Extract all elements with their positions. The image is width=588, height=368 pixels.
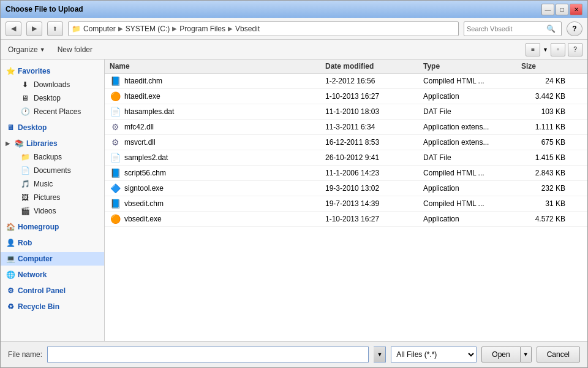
sidebar-item-music[interactable]: 🎵 Music	[1, 177, 104, 191]
control-panel-header[interactable]: ⚙ Control Panel	[1, 284, 104, 297]
table-row[interactable]: 📘 htaedit.chm 1-2-2012 16:56 Compiled HT…	[105, 74, 587, 89]
file-name-input[interactable]	[47, 347, 369, 362]
libraries-header[interactable]: ▶ 📚 Libraries	[1, 137, 104, 150]
table-row[interactable]: 🔷 signtool.exe 19-3-2010 13:02 Applicati…	[105, 181, 587, 196]
file-name-text: htaedit.chm	[124, 77, 162, 85]
table-row[interactable]: 🟠 vbsedit.exe 1-10-2013 16:27 Applicatio…	[105, 212, 587, 227]
breadcrumb-sep3: ▶	[228, 25, 233, 32]
network-icon: 🌐	[6, 270, 15, 280]
rob-label: Rob	[18, 239, 32, 247]
organize-button[interactable]: Organize ▼	[6, 44, 48, 55]
file-size: 232 KB	[521, 184, 570, 193]
table-row[interactable]: ⚙ msvcrt.dll 16-12-2011 8:53 Application…	[105, 135, 587, 150]
recycle-bin-header[interactable]: ♻ Recycle Bin	[1, 300, 104, 313]
homegroup-header[interactable]: 🏠 Homegroup	[1, 220, 104, 234]
favorites-header[interactable]: ⭐ Favorites	[1, 64, 104, 78]
breadcrumb-programfiles[interactable]: Program Files	[179, 25, 225, 33]
file-date: 26-10-2012 9:41	[325, 153, 423, 162]
sidebar-item-backups[interactable]: 📁 Backups	[1, 150, 104, 164]
table-row[interactable]: 📘 vbsedit.chm 19-7-2013 14:39 Compiled H…	[105, 196, 587, 212]
file-date: 11-1-2006 14:23	[325, 169, 423, 177]
computer-section: 💻 Computer	[1, 252, 104, 266]
table-row[interactable]: 📄 samples2.dat 26-10-2012 9:41 DAT File …	[105, 150, 587, 166]
breadcrumb-drive[interactable]: SYSTEM (C:)	[126, 25, 170, 33]
file-type-select[interactable]: All Files (*.*)	[391, 347, 477, 362]
back-button[interactable]: ◀	[6, 21, 21, 36]
rob-header[interactable]: 👤 Rob	[1, 236, 104, 250]
desktop-fav-icon: 🖥	[20, 93, 30, 103]
downloads-label: Downloads	[34, 80, 70, 89]
rob-icon: 👤	[6, 238, 15, 248]
file-date: 11-3-2011 6:34	[325, 123, 423, 131]
breadcrumb-vbsedit[interactable]: Vbsedit	[235, 25, 260, 33]
file-name-dropdown-arrow[interactable]: ▼	[374, 347, 386, 362]
file-size: 3.442 KB	[521, 92, 570, 101]
file-icon: 📄	[110, 106, 121, 117]
file-icon: ⚙	[110, 121, 121, 132]
file-upload-dialog: Choose File to Upload — □ ✕ ◀ ▶ ⬆ 📁 Comp…	[0, 0, 588, 368]
desktop-header[interactable]: 🖥 Desktop	[1, 121, 104, 134]
search-bar[interactable]: 🔍	[464, 21, 562, 36]
file-size: 4.572 KB	[521, 215, 570, 223]
breadcrumb-bar: 📁 Computer ▶ SYSTEM (C:) ▶ Program Files…	[68, 21, 459, 36]
col-name-header[interactable]: Name	[110, 62, 325, 71]
file-name-text: htasamples.dat	[124, 107, 174, 116]
forward-button[interactable]: ▶	[26, 21, 42, 36]
file-name-cell: 📄 samples2.dat	[110, 152, 325, 163]
table-row[interactable]: 🟠 htaedit.exe 1-10-2013 16:27 Applicatio…	[105, 89, 587, 104]
open-button[interactable]: Open	[481, 347, 520, 362]
file-date: 1-10-2013 16:27	[325, 92, 423, 101]
maximize-button[interactable]: □	[556, 4, 568, 15]
organize-arrow-icon: ▼	[40, 47, 45, 53]
computer-header[interactable]: 💻 Computer	[1, 252, 104, 266]
table-row[interactable]: 📘 script56.chm 11-1-2006 14:23 Compiled …	[105, 166, 587, 181]
col-type-header[interactable]: Type	[423, 62, 521, 71]
sidebar-item-documents[interactable]: 📄 Documents	[1, 164, 104, 177]
sidebar-item-pictures[interactable]: 🖼 Pictures	[1, 191, 104, 204]
view-arrow[interactable]: ▼	[543, 47, 548, 53]
open-dropdown-button[interactable]: ▼	[521, 347, 532, 362]
search-input[interactable]	[467, 25, 546, 33]
view-list-button[interactable]: ≡	[526, 43, 540, 56]
sidebar-item-videos[interactable]: 🎬 Videos	[1, 204, 104, 218]
libraries-section: ▶ 📚 Libraries 📁 Backups 📄 Documents 🎵 Mu…	[1, 137, 104, 218]
file-date: 16-12-2011 8:53	[325, 138, 423, 147]
file-size: 675 KB	[521, 138, 570, 147]
file-type: Compiled HTML ...	[423, 169, 521, 177]
table-row[interactable]: ⚙ mfc42.dll 11-3-2011 6:34 Application e…	[105, 120, 587, 135]
file-name-text: vbsedit.exe	[124, 215, 162, 223]
sidebar-item-downloads[interactable]: ⬇ Downloads	[1, 78, 104, 91]
cancel-button[interactable]: Cancel	[537, 347, 580, 362]
minimize-button[interactable]: —	[541, 4, 554, 15]
preview-pane-button[interactable]: ▫	[551, 43, 565, 56]
file-date: 19-7-2013 14:39	[325, 199, 423, 208]
recent-icon: 🕐	[20, 107, 30, 117]
file-date: 1-2-2012 16:56	[325, 77, 423, 85]
sidebar-item-recent[interactable]: 🕐 Recent Places	[1, 105, 104, 118]
network-header[interactable]: 🌐 Network	[1, 268, 104, 282]
file-size: 31 KB	[521, 199, 570, 208]
help-icon-button[interactable]: ?	[568, 43, 582, 56]
up-button[interactable]: ⬆	[47, 21, 63, 36]
breadcrumb-sep2: ▶	[172, 25, 177, 32]
videos-icon: 🎬	[20, 206, 30, 216]
file-name-cell: 🔷 signtool.exe	[110, 183, 325, 194]
table-row[interactable]: 📄 htasamples.dat 11-1-2010 18:03 DAT Fil…	[105, 104, 587, 120]
file-name-label: File name:	[8, 350, 42, 359]
help-button[interactable]: ?	[567, 21, 582, 36]
file-type: DAT File	[423, 153, 521, 162]
breadcrumb-sep1: ▶	[118, 25, 123, 32]
file-date: 11-1-2010 18:03	[325, 107, 423, 116]
dialog-title: Choose File to Upload	[6, 5, 83, 13]
col-size-header[interactable]: Size	[521, 62, 570, 71]
sidebar-item-desktop-fav[interactable]: 🖥 Desktop	[1, 91, 104, 105]
file-size: 2.843 KB	[521, 169, 570, 177]
address-toolbar: ◀ ▶ ⬆ 📁 Computer ▶ SYSTEM (C:) ▶ Program…	[1, 18, 587, 40]
libraries-icon: 📚	[14, 139, 24, 148]
file-icon: ⚙	[110, 137, 121, 148]
new-folder-button[interactable]: New folder	[55, 44, 95, 55]
close-button[interactable]: ✕	[570, 4, 582, 15]
col-date-header[interactable]: Date modified	[325, 62, 423, 71]
recycle-bin-label: Recycle Bin	[18, 302, 59, 311]
breadcrumb-computer[interactable]: Computer	[83, 25, 116, 33]
